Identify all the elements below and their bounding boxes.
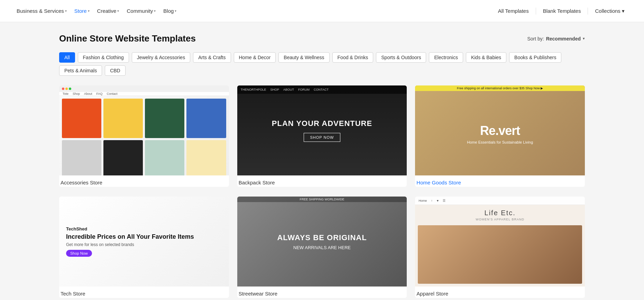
nav-item-blog[interactable]: Blog ▾ bbox=[160, 7, 179, 15]
nav-label-community: Community bbox=[127, 8, 153, 14]
nav-item-store[interactable]: Store ▾ bbox=[72, 7, 92, 15]
thumb-image bbox=[418, 225, 582, 284]
template-card-apparel-store[interactable]: Home ↑ ♥ ☰ Life Etc. WOMEN'S APPAREL BRA… bbox=[415, 197, 585, 298]
filter-tab-books[interactable]: Books & Publishers bbox=[509, 52, 561, 63]
filter-tab-kids[interactable]: Kids & Babies bbox=[466, 52, 506, 63]
template-name: Accessories Store bbox=[59, 175, 229, 187]
filter-tab-arts[interactable]: Arts & Crafts bbox=[193, 52, 231, 63]
page-content: Online Store Website Templates Sort by: … bbox=[45, 22, 599, 300]
thumb-banner: FREE SHIPPING WORLDWIDE bbox=[237, 197, 407, 202]
navbar: Business & Services ▾ Store ▾ Creative ▾… bbox=[0, 0, 644, 22]
filter-tab-beauty[interactable]: Beauty & Wellness bbox=[278, 52, 329, 63]
thumb-cta-button[interactable]: SHOP NOW bbox=[304, 133, 341, 142]
template-card-streetwear-store[interactable]: FREE SHIPPING WORLDWIDE ALWAYS BE ORIGIN… bbox=[237, 197, 407, 298]
nav-label-collections: Collections bbox=[595, 8, 620, 14]
nav-label-business: Business & Services bbox=[17, 8, 64, 14]
template-thumb: TechShed Incredible Prices on All Your F… bbox=[59, 197, 229, 287]
template-grid: Tote Shop About FAQ Contact A bbox=[59, 85, 585, 298]
filter-tab-sports[interactable]: Sports & Outdoors bbox=[376, 52, 426, 63]
template-thumb: Tote Shop About FAQ Contact bbox=[59, 85, 229, 175]
tote-item bbox=[145, 99, 184, 138]
template-thumb: FREE SHIPPING WORLDWIDE ALWAYS BE ORIGIN… bbox=[237, 197, 407, 287]
nav-all-templates[interactable]: All Templates bbox=[493, 7, 534, 15]
nav-divider-2 bbox=[588, 8, 588, 15]
filter-tab-home[interactable]: Home & Decor bbox=[234, 52, 276, 63]
chevron-icon-collections: ▾ bbox=[622, 8, 625, 14]
thumb-mini-nav: Home ↑ ♥ ☰ bbox=[415, 197, 585, 205]
page-title: Online Store Website Templates bbox=[59, 33, 196, 44]
header-row: Online Store Website Templates Sort by: … bbox=[59, 33, 585, 44]
thumb-brand: TechShed bbox=[66, 226, 194, 231]
filter-tab-electronics[interactable]: Electronics bbox=[429, 52, 463, 63]
filter-tab-cbd[interactable]: CBD bbox=[105, 65, 126, 76]
sort-row: Sort by: Recommended ▾ bbox=[527, 36, 585, 42]
thumb-sub: NEW ARRIVALS ARE HERE bbox=[293, 245, 351, 250]
chevron-icon-business: ▾ bbox=[65, 9, 67, 13]
thumb-headline: Incredible Prices on All Your Favorite I… bbox=[66, 233, 194, 241]
thumb-sub: Home Essentials for Sustainable Living bbox=[467, 140, 533, 144]
thumb-sub: WOMEN'S APPAREL BRAND bbox=[419, 218, 581, 221]
template-thumb: Home ↑ ♥ ☰ Life Etc. WOMEN'S APPAREL BRA… bbox=[415, 197, 585, 287]
thumb-center: PLAN YOUR ADVENTURE SHOP NOW bbox=[272, 85, 372, 175]
thumb-title-area: Life Etc. WOMEN'S APPAREL BRAND bbox=[415, 205, 585, 225]
template-name: Apparel Store bbox=[415, 287, 585, 298]
filter-tab-pets[interactable]: Pets & Animals bbox=[59, 65, 102, 76]
template-name: Streetwear Store bbox=[237, 287, 407, 298]
thumb-headline: Re.vert bbox=[480, 124, 520, 138]
nav-label-store: Store bbox=[74, 8, 87, 14]
tote-item bbox=[62, 140, 101, 175]
filter-tab-all[interactable]: All bbox=[59, 52, 75, 63]
nav-left: Business & Services ▾ Store ▾ Creative ▾… bbox=[14, 7, 493, 15]
template-card-tech-store[interactable]: TechShed Incredible Prices on All Your F… bbox=[59, 197, 229, 298]
tote-item bbox=[145, 140, 184, 175]
nav-item-creative[interactable]: Creative ▾ bbox=[94, 7, 122, 15]
thumb-center: Re.vert Home Essentials for Sustainable … bbox=[467, 85, 533, 175]
thumb-sub: Get more for less on selected brands bbox=[66, 242, 194, 247]
filter-tab-fashion[interactable]: Fashion & Clothing bbox=[78, 52, 129, 63]
thumb-headline: ALWAYS BE ORIGINAL bbox=[277, 233, 367, 242]
nav-item-community[interactable]: Community ▾ bbox=[124, 7, 158, 15]
filter-tab-food[interactable]: Food & Drinks bbox=[332, 52, 374, 63]
dot-yellow bbox=[65, 88, 68, 90]
window-controls bbox=[59, 85, 229, 92]
nav-blank-templates[interactable]: Blank Templates bbox=[537, 7, 587, 15]
sort-chevron-icon[interactable]: ▾ bbox=[583, 36, 585, 41]
tote-item bbox=[103, 99, 143, 138]
template-card-home-goods-store[interactable]: Free shipping on all international order… bbox=[415, 85, 585, 187]
nav-divider-1 bbox=[536, 8, 536, 15]
template-name: Backpack Store bbox=[237, 175, 407, 187]
thumb-techshed-inner: TechShed Incredible Prices on All Your F… bbox=[66, 226, 194, 257]
tote-product-grid bbox=[59, 96, 229, 175]
template-thumb: THENORTHPOLE SHOP ABOUT FORUM CONTACT PL… bbox=[237, 85, 407, 175]
nav-item-business[interactable]: Business & Services ▾ bbox=[14, 7, 70, 15]
nav-collections[interactable]: Collections ▾ bbox=[589, 7, 630, 16]
thumb-cta[interactable]: Shop Now bbox=[66, 250, 92, 257]
chevron-icon-store: ▾ bbox=[88, 9, 90, 13]
chevron-icon-community: ▾ bbox=[154, 9, 156, 13]
dot-red bbox=[62, 88, 64, 90]
tote-item bbox=[62, 99, 101, 138]
nav-label-creative: Creative bbox=[97, 8, 117, 14]
chevron-icon-creative: ▾ bbox=[117, 9, 119, 13]
template-card-accessories-store[interactable]: Tote Shop About FAQ Contact A bbox=[59, 85, 229, 187]
template-card-backpack-store[interactable]: THENORTHPOLE SHOP ABOUT FORUM CONTACT PL… bbox=[237, 85, 407, 187]
tote-item bbox=[186, 99, 226, 138]
thumb-mini-nav: Tote Shop About FAQ Contact bbox=[59, 92, 229, 96]
template-name: Home Goods Store bbox=[415, 175, 585, 187]
template-thumb: Free shipping on all international order… bbox=[415, 85, 585, 175]
dot-green bbox=[69, 88, 71, 90]
filter-tabs: AllFashion & ClothingJewelry & Accessori… bbox=[59, 52, 585, 76]
tote-item bbox=[186, 140, 226, 175]
nav-label-blog: Blog bbox=[163, 8, 174, 14]
filter-tab-jewelry[interactable]: Jewelry & Accessories bbox=[132, 52, 190, 63]
chevron-icon-blog: ▾ bbox=[175, 9, 176, 13]
thumb-banner: Free shipping on all international order… bbox=[415, 85, 585, 91]
thumb-brand-title: Life Etc. bbox=[419, 209, 581, 217]
thumb-headline: PLAN YOUR ADVENTURE bbox=[272, 119, 372, 128]
sort-label: Sort by: bbox=[527, 36, 544, 42]
nav-right: All Templates Blank Templates Collection… bbox=[493, 7, 630, 16]
tote-item bbox=[103, 140, 143, 175]
thumb-mini-nav-dark: THENORTHPOLE SHOP ABOUT FORUM CONTACT bbox=[237, 85, 407, 94]
sort-value[interactable]: Recommended bbox=[546, 36, 581, 42]
template-name: Tech Store bbox=[59, 287, 229, 298]
